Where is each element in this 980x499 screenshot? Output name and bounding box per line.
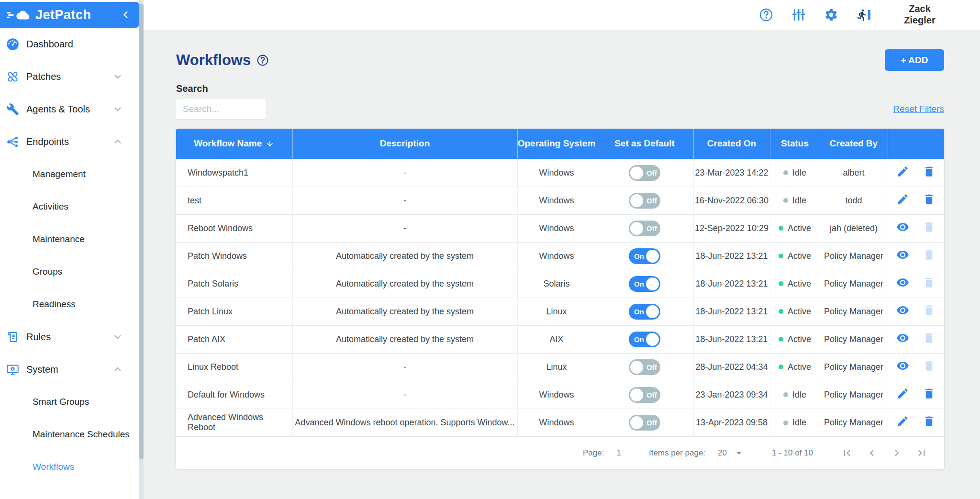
- column-header-created-by[interactable]: Created By: [820, 129, 888, 159]
- default-toggle[interactable]: Off: [629, 193, 660, 209]
- sidebar-item-endpoints[interactable]: Endpoints: [0, 125, 139, 158]
- reset-filters-link[interactable]: Reset Filters: [893, 104, 944, 114]
- default-toggle[interactable]: Off: [629, 387, 660, 403]
- status-dot-icon: [783, 421, 788, 425]
- view-action-icon[interactable]: [896, 221, 909, 233]
- sidebar-item-agents-tools[interactable]: Agents & Tools: [0, 93, 139, 125]
- settings-icon[interactable]: [824, 8, 838, 22]
- view-action-icon[interactable]: [896, 332, 909, 344]
- user-name[interactable]: Zack Ziegler: [893, 3, 947, 26]
- sidebar-item-patches[interactable]: Patches: [0, 60, 139, 93]
- last-page-icon[interactable]: [915, 447, 928, 459]
- cell-description: Automatically created by the system: [292, 298, 517, 325]
- sidebar-item-readiness[interactable]: Readiness: [0, 288, 139, 321]
- default-toggle[interactable]: On: [629, 332, 660, 347]
- view-action-icon[interactable]: [896, 359, 909, 372]
- default-toggle[interactable]: Off: [629, 359, 660, 375]
- column-header-created-on[interactable]: Created On: [693, 129, 770, 159]
- toggle-knob: [630, 222, 643, 235]
- help-icon[interactable]: [759, 8, 773, 22]
- chevron-up-icon[interactable]: [112, 364, 123, 375]
- column-header-description[interactable]: Description: [292, 129, 517, 159]
- sidebar-item-workflows[interactable]: Workflows: [0, 451, 139, 483]
- cell-created-by: Policy Manager: [820, 298, 888, 325]
- sidebar-item-dashboard[interactable]: Dashboard: [0, 28, 139, 60]
- column-header-label: Workflow Name: [194, 138, 262, 148]
- page-value[interactable]: 1: [616, 448, 621, 458]
- sidebar-collapse-icon[interactable]: [121, 10, 131, 20]
- cell-created-on: 18-Jun-2022 13:21: [693, 270, 770, 298]
- title-help-icon[interactable]: [256, 54, 269, 67]
- default-toggle[interactable]: On: [629, 248, 660, 264]
- chevron-down-icon[interactable]: [112, 71, 123, 82]
- items-per-page-value[interactable]: 20: [718, 448, 727, 458]
- default-toggle[interactable]: On: [629, 304, 660, 320]
- next-page-icon[interactable]: [891, 447, 903, 459]
- view-action-icon[interactable]: [896, 248, 909, 261]
- workflows-card: Workflow NameDescriptionOperating System…: [176, 129, 944, 469]
- delete-action-icon[interactable]: [923, 193, 935, 206]
- delete-action-icon[interactable]: [923, 415, 935, 428]
- sidebar-item-rules[interactable]: Rules: [0, 321, 139, 353]
- column-header-set-as-default[interactable]: Set as Default: [596, 129, 693, 159]
- sidebar-scrollbar[interactable]: [139, 0, 144, 499]
- cell-created-on: 18-Jun-2022 13:21: [693, 242, 770, 270]
- jetpatch-logo-icon: [7, 9, 32, 22]
- column-header-operating-system[interactable]: Operating System: [517, 129, 596, 159]
- logout-icon[interactable]: [857, 8, 871, 22]
- edit-action-icon[interactable]: [896, 165, 909, 178]
- delete-action-icon: [923, 304, 935, 317]
- status-dot-icon: [779, 254, 783, 258]
- prev-page-icon[interactable]: [866, 447, 878, 459]
- cell-created-by: jah (deleted): [820, 214, 888, 242]
- cell-workflow-name: Patch Linux: [176, 298, 292, 325]
- chevron-up-icon[interactable]: [112, 136, 123, 147]
- view-action-icon[interactable]: [896, 276, 909, 289]
- edit-action-icon[interactable]: [896, 387, 909, 400]
- cell-workflow-name: Patch Solaris: [176, 270, 292, 298]
- sidebar-item-smart-groups[interactable]: Smart Groups: [0, 386, 139, 418]
- toggle-state-label: Off: [646, 363, 657, 371]
- default-toggle[interactable]: Off: [629, 415, 660, 431]
- sidebar-item-maintenance[interactable]: Maintenance: [0, 223, 139, 255]
- column-header-label: Description: [380, 138, 430, 148]
- add-button[interactable]: + ADD: [885, 49, 944, 71]
- toggle-knob: [646, 277, 659, 290]
- column-header-workflow-name[interactable]: Workflow Name: [176, 129, 292, 159]
- cell-set-as-default: On: [596, 270, 693, 298]
- first-page-icon[interactable]: [841, 447, 853, 459]
- cell-status: Active: [770, 270, 820, 298]
- toggle-knob: [646, 333, 659, 346]
- status-label: Idle: [792, 168, 806, 178]
- status-badge: Active: [779, 223, 811, 233]
- status-label: Active: [788, 251, 811, 261]
- logo-bar: JetPatch: [0, 2, 139, 28]
- column-header-status[interactable]: Status: [770, 129, 820, 159]
- sidebar-item-system[interactable]: System: [0, 353, 139, 386]
- default-toggle[interactable]: Off: [629, 221, 660, 236]
- sidebar-item-management[interactable]: Management: [0, 158, 139, 190]
- sidebar-item-label: Rules: [26, 332, 51, 343]
- chevron-down-icon[interactable]: [112, 104, 123, 114]
- sidebar-item-label: System: [26, 364, 58, 375]
- sidebar-item-maintenance-schedules[interactable]: Maintenance Schedules: [0, 418, 139, 451]
- status-label: Idle: [792, 390, 806, 400]
- sliders-icon[interactable]: [791, 8, 806, 22]
- chevron-down-icon[interactable]: [112, 332, 123, 342]
- column-header-label: Set as Default: [614, 138, 675, 148]
- delete-action-icon[interactable]: [923, 387, 935, 400]
- default-toggle[interactable]: Off: [629, 165, 660, 181]
- edit-action-icon[interactable]: [896, 193, 909, 206]
- sidebar-scrollbar-thumb[interactable]: [139, 4, 144, 459]
- view-action-icon[interactable]: [896, 304, 909, 317]
- sidebar-item-activities[interactable]: Activities: [0, 190, 139, 223]
- sidebar: JetPatch DashboardPatchesAgents & ToolsE…: [0, 0, 144, 499]
- delete-action-icon[interactable]: [923, 165, 935, 178]
- sidebar-item-groups[interactable]: Groups: [0, 255, 139, 288]
- items-per-page-caret-icon[interactable]: [734, 448, 744, 458]
- arrow-down-sort-icon[interactable]: [266, 139, 274, 148]
- search-input[interactable]: [176, 99, 266, 119]
- sidebar-item-label: Endpoints: [26, 136, 69, 147]
- edit-action-icon[interactable]: [896, 415, 909, 428]
- default-toggle[interactable]: On: [629, 276, 660, 292]
